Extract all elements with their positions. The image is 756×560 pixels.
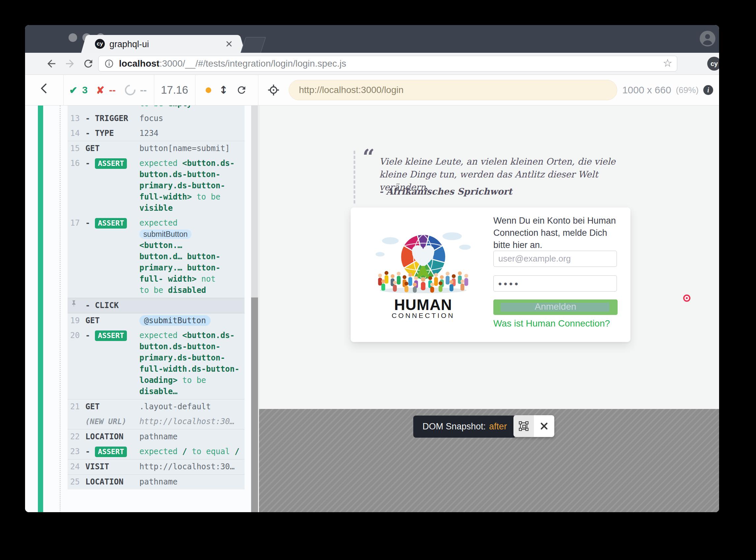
assert-badge: ASSERT — [95, 331, 127, 341]
log-row[interactable]: 16- ASSERTexpected <button.ds-button.ds-… — [67, 156, 245, 216]
close-icon — [540, 421, 549, 431]
assert-badge: ASSERT — [95, 218, 127, 228]
log-row[interactable]: 13- TRIGGERfocus — [67, 111, 245, 126]
log-row[interactable]: 23- ASSERTexpected / to equal / — [67, 444, 245, 459]
log-row-method: - CLICK — [85, 300, 140, 311]
log-row[interactable]: 22LOCATIONpathname — [67, 429, 245, 444]
log-row-method: (NEW URL) — [85, 416, 140, 427]
log-row[interactable]: - CLICK — [67, 298, 245, 313]
viewport-zoom: (69%) — [676, 85, 699, 95]
log-row[interactable]: 19GET@submitButton — [67, 313, 245, 328]
browser-window: cy graphql-ui — [25, 25, 719, 512]
tab-close-icon[interactable] — [225, 40, 233, 48]
viewport-size: 1000 x 660 — [622, 84, 671, 96]
reporter-scrollbar-thumb[interactable] — [251, 298, 258, 512]
quote-mark: “ — [362, 144, 375, 169]
url-host: localhost — [119, 58, 160, 68]
pending-icon — [123, 82, 138, 97]
browser-tab[interactable]: cy graphql-ui — [88, 35, 238, 53]
log-row[interactable]: 24VISIThttp://localhost:30… — [67, 459, 245, 475]
snapshot-close-button[interactable] — [534, 415, 554, 437]
log-row-number: 24 — [67, 461, 85, 472]
log-row-number: 21 — [67, 401, 85, 412]
snapshot-controls — [513, 415, 554, 437]
click-event-marker — [683, 295, 690, 302]
log-row-number — [67, 416, 85, 427]
what-is-link[interactable]: Was ist Human Connection? — [493, 318, 610, 329]
assert-badge: ASSERT — [95, 158, 127, 169]
log-row[interactable]: 25LOCATIONpathname — [67, 475, 245, 489]
bookmark-star-icon[interactable]: ☆ — [663, 57, 672, 69]
log-row-number: 20 — [67, 330, 85, 397]
restart-tests-icon[interactable] — [236, 84, 247, 96]
aut-url-bar[interactable]: http://localhost:3000/login — [289, 80, 617, 100]
assert-badge: ASSERT — [95, 446, 127, 457]
log-row-message: expected <button.ds-button.ds-button-pri… — [140, 158, 242, 214]
log-row-message: pathname — [140, 431, 242, 442]
forward-icon[interactable] — [64, 58, 76, 69]
selector-playground-icon[interactable] — [268, 84, 279, 96]
aut-url: http://localhost:3000/login — [299, 85, 404, 95]
log-row-method: GET — [85, 401, 140, 412]
pin-icon — [70, 300, 78, 307]
log-row[interactable]: to be empty — [67, 105, 245, 111]
passed-icon: ✔ — [69, 84, 78, 96]
test-passed-bar — [38, 105, 43, 512]
log-row[interactable]: 14- TYPE1234 — [67, 126, 245, 141]
cypress-favicon: cy — [95, 39, 105, 49]
log-row-number — [67, 105, 85, 109]
log-row-method: - TRIGGER — [85, 113, 140, 124]
brand-connection: CONNECTION — [351, 312, 496, 320]
cypress-extension-badge[interactable]: cy — [707, 57, 719, 71]
reload-icon[interactable] — [82, 58, 94, 69]
log-row[interactable]: 15GETbutton[name=submit] — [67, 141, 245, 156]
submit-button-label: Anmelden — [493, 301, 617, 312]
runner-content: to be empty13- TRIGGERfocus14- TYPE12341… — [25, 105, 719, 512]
pending-count: -- — [140, 84, 147, 96]
log-row-message: expected / to equal / — [140, 446, 242, 457]
browser-chrome: localhost:3000/__/#/tests/integration/lo… — [25, 53, 719, 75]
log-row[interactable]: 20- ASSERTexpected <button.ds-button.ds-… — [67, 328, 245, 399]
log-row-message: expected <button.ds-button.ds-button-pri… — [140, 330, 242, 397]
back-icon[interactable] — [45, 58, 57, 69]
profile-avatar-icon[interactable] — [699, 30, 716, 47]
human-connection-logo — [364, 227, 482, 295]
log-row-number: 13 — [67, 113, 85, 124]
alias-pill[interactable]: submitButton — [140, 229, 191, 239]
log-row-number: 15 — [67, 143, 85, 154]
alias-pill[interactable]: @submitButton — [140, 315, 211, 326]
collapse-reporter-icon[interactable] — [41, 83, 51, 93]
address-bar[interactable]: localhost:3000/__/#/tests/integration/lo… — [98, 56, 677, 72]
log-row-number: 19 — [67, 315, 85, 326]
log-row-method: - ASSERT — [85, 217, 140, 296]
command-log-panel: to be empty13- TRIGGERfocus14- TYPE12341… — [25, 105, 259, 512]
quote-dashed-border — [354, 151, 355, 203]
log-row-method: GET — [85, 315, 140, 326]
password-input[interactable]: •••• — [493, 275, 617, 292]
log-row[interactable]: 17- ASSERTexpected submitButton <button.… — [67, 216, 245, 298]
log-row-number: 17 — [67, 217, 85, 296]
log-row-number: 22 — [67, 431, 85, 442]
log-row-method — [85, 105, 140, 109]
new-tab-button[interactable] — [240, 37, 266, 54]
screenshot-stage: cy graphql-ui — [0, 0, 756, 560]
log-row-message: pathname — [140, 476, 242, 487]
email-input[interactable] — [493, 251, 617, 267]
dom-snapshot-tooltip: DOM Snapshot: after — [413, 416, 516, 438]
element-highlight-icon — [518, 420, 529, 432]
page-info-icon[interactable] — [104, 59, 114, 68]
log-row-message — [140, 300, 242, 311]
log-row-message: .layout-default — [140, 401, 242, 412]
address-url: localhost:3000/__/#/tests/integration/lo… — [119, 58, 346, 69]
viewport-info-icon[interactable]: i — [703, 85, 713, 95]
auto-scroll-indicator[interactable] — [206, 87, 211, 93]
login-intro-text: Wenn Du ein Konto bei Human Connection h… — [493, 215, 617, 251]
tab-title: graphql-ui — [109, 39, 149, 49]
submit-button[interactable]: Anmelden — [493, 299, 617, 315]
traffic-light-close[interactable] — [68, 33, 77, 42]
log-row-message: to be empty — [140, 105, 242, 109]
scroll-toggle-icon[interactable]: ↕ — [219, 84, 228, 96]
log-row[interactable]: 21GET.layout-default — [67, 399, 245, 414]
log-row[interactable]: (NEW URL)http://localhost:30… — [67, 414, 245, 429]
snapshot-highlight-toggle[interactable] — [513, 415, 534, 437]
